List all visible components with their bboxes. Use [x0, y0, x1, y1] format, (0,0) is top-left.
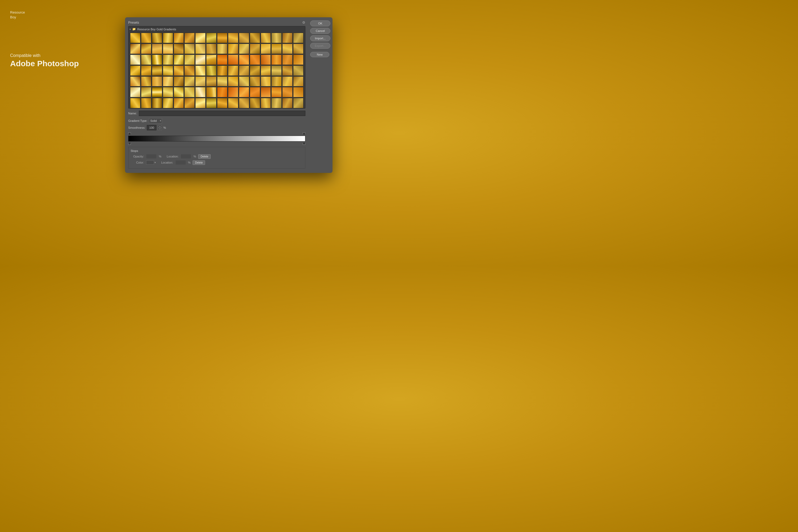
opacity-stop-left[interactable] — [128, 132, 131, 135]
gradient-thumb[interactable] — [152, 76, 162, 87]
gradient-thumb[interactable] — [293, 33, 304, 43]
export-button[interactable]: Export... — [310, 43, 330, 49]
gradient-thumb[interactable] — [195, 65, 206, 76]
gradient-thumb[interactable] — [250, 44, 260, 54]
gradient-thumb[interactable] — [206, 65, 216, 76]
gradient-thumb[interactable] — [293, 87, 304, 97]
gradient-bar[interactable] — [128, 136, 305, 141]
gradient-thumb[interactable] — [282, 65, 292, 76]
gradient-thumb[interactable] — [152, 98, 162, 108]
gradient-thumb[interactable] — [206, 87, 216, 97]
color-swatch[interactable] — [146, 160, 154, 165]
color-location-input[interactable] — [175, 160, 186, 165]
gradient-thumb[interactable] — [130, 33, 140, 43]
gradient-thumb[interactable] — [271, 65, 282, 76]
gradient-thumb[interactable] — [271, 98, 282, 108]
gradient-thumb[interactable] — [130, 44, 140, 54]
gradient-thumb[interactable] — [282, 44, 292, 54]
opacity-delete-button[interactable]: Delete — [198, 154, 211, 159]
gradient-thumb[interactable] — [228, 65, 238, 76]
color-dropdown-arrow[interactable]: ▾ — [155, 161, 156, 164]
gradient-thumb[interactable] — [152, 87, 162, 97]
gradient-thumb[interactable] — [152, 55, 162, 65]
gradient-thumb[interactable] — [195, 44, 206, 54]
gradient-thumb[interactable] — [271, 33, 282, 43]
gradient-thumb[interactable] — [141, 98, 151, 108]
gradient-thumb[interactable] — [239, 87, 249, 97]
gradient-thumb[interactable] — [228, 76, 238, 87]
gradient-thumb[interactable] — [250, 98, 260, 108]
gradient-thumb[interactable] — [282, 87, 292, 97]
gradient-thumb[interactable] — [228, 33, 238, 43]
gear-icon[interactable]: ⚙ — [302, 20, 305, 24]
gradient-thumb[interactable] — [239, 33, 249, 43]
gradient-thumb[interactable] — [261, 65, 271, 76]
gradient-thumb[interactable] — [195, 76, 206, 87]
gradient-thumb[interactable] — [141, 33, 151, 43]
new-button[interactable]: New — [310, 52, 329, 57]
gradient-thumb[interactable] — [184, 76, 195, 87]
opacity-stop-right[interactable] — [303, 132, 305, 135]
gradient-thumb[interactable] — [141, 44, 151, 54]
gradient-thumb[interactable] — [261, 98, 271, 108]
gradient-thumb[interactable] — [228, 55, 238, 65]
gradient-thumb[interactable] — [293, 44, 304, 54]
gradient-thumb[interactable] — [293, 55, 304, 65]
gradient-thumb[interactable] — [195, 98, 206, 108]
gradient-thumb[interactable] — [261, 76, 271, 87]
gradient-thumb[interactable] — [250, 33, 260, 43]
gradient-thumb[interactable] — [271, 87, 282, 97]
import-button[interactable]: Import... — [310, 35, 330, 41]
presets-panel[interactable]: ▾ 📁 Resource Boy Gold Gradients — [128, 26, 305, 109]
gradient-thumb[interactable] — [271, 44, 282, 54]
smoothness-down[interactable]: ▼ — [158, 128, 162, 130]
gradient-thumb[interactable] — [239, 98, 249, 108]
gradient-thumb[interactable] — [163, 87, 173, 97]
gradient-thumb[interactable] — [174, 87, 184, 97]
gradient-thumb[interactable] — [261, 87, 271, 97]
gradient-thumb[interactable] — [174, 44, 184, 54]
gradient-type-select[interactable]: Solid Noise — [149, 118, 162, 124]
gradient-thumb[interactable] — [163, 98, 173, 108]
gradient-thumb[interactable] — [195, 87, 206, 97]
gradient-thumb[interactable] — [163, 55, 173, 65]
folder-row[interactable]: ▾ 📁 Resource Boy Gold Gradients — [130, 27, 304, 31]
gradient-thumb[interactable] — [174, 55, 184, 65]
gradient-thumb[interactable] — [206, 55, 216, 65]
gradient-thumb[interactable] — [184, 65, 195, 76]
gradient-thumb[interactable] — [163, 33, 173, 43]
gradient-thumb[interactable] — [206, 98, 216, 108]
gradient-thumb[interactable] — [217, 44, 227, 54]
gradient-thumb[interactable] — [184, 55, 195, 65]
gradient-thumb[interactable] — [195, 33, 206, 43]
gradient-thumb[interactable] — [184, 33, 195, 43]
gradient-thumb[interactable] — [282, 33, 292, 43]
gradient-thumb[interactable] — [130, 55, 140, 65]
gradient-thumb[interactable] — [261, 44, 271, 54]
gradient-thumb[interactable] — [217, 33, 227, 43]
gradient-thumb[interactable] — [228, 98, 238, 108]
smoothness-up[interactable]: ▲ — [158, 125, 162, 128]
smoothness-input[interactable] — [147, 125, 156, 130]
gradient-thumb[interactable] — [206, 33, 216, 43]
gradient-thumb[interactable] — [250, 87, 260, 97]
gradient-thumb[interactable] — [239, 76, 249, 87]
gradient-thumb[interactable] — [174, 98, 184, 108]
gradient-thumb[interactable] — [293, 76, 304, 87]
gradient-thumb[interactable] — [217, 87, 227, 97]
gradient-thumb[interactable] — [217, 98, 227, 108]
color-delete-button[interactable]: Delete — [193, 160, 205, 165]
gradient-thumb[interactable] — [250, 65, 260, 76]
gradient-thumb[interactable] — [217, 76, 227, 87]
gradient-thumb[interactable] — [152, 33, 162, 43]
gradient-thumb[interactable] — [239, 44, 249, 54]
gradient-thumb[interactable] — [184, 98, 195, 108]
gradient-thumb[interactable] — [261, 55, 271, 65]
gradient-thumb[interactable] — [130, 65, 140, 76]
gradient-thumb[interactable] — [250, 76, 260, 87]
gradient-thumb[interactable] — [228, 87, 238, 97]
ok-button[interactable]: OK — [310, 20, 330, 26]
gradient-thumb[interactable] — [293, 98, 304, 108]
gradient-thumb[interactable] — [271, 55, 282, 65]
gradient-thumb[interactable] — [141, 65, 151, 76]
